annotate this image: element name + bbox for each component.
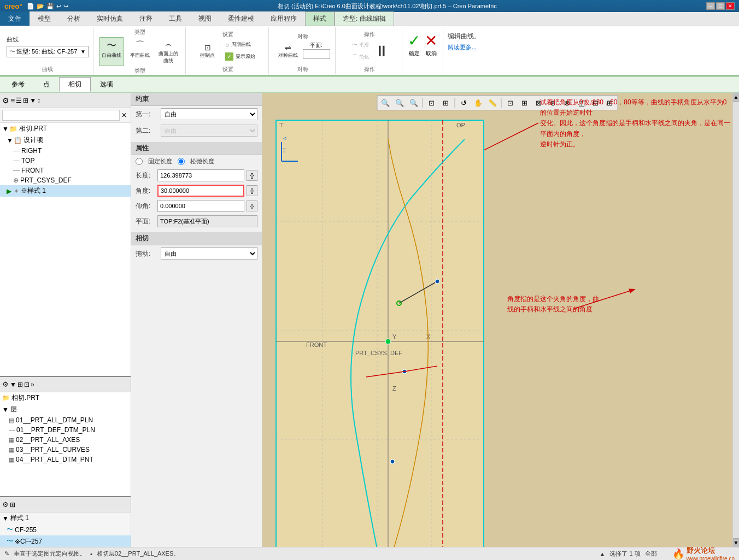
ct-cf257[interactable]: 〜 ※CF-257 [0,535,131,547]
layer-04-all-dtm-pnt[interactable]: ▦ 04__PRT_ALL_DTM_PNT [0,455,131,464]
vp-view2[interactable]: ⊞ [518,97,531,109]
sub-tab-options[interactable]: 选项 [91,77,122,92]
tree-sort-icon[interactable]: ↕ [37,97,40,104]
tb-redo[interactable]: ↪ [63,3,68,10]
expand-icon2[interactable]: ▼ [7,137,12,144]
length-param-btn[interactable]: {} [247,170,257,181]
ct-cf255[interactable]: 〜 CF-255 [0,524,131,535]
tree-item-design[interactable]: ▼ 📋 设计项 [0,134,131,146]
vp-view6[interactable]: ◫ [575,97,588,109]
elastic-length-radio[interactable] [178,158,185,165]
vp-view5[interactable]: ⊗ [561,97,574,109]
type-planar-btn[interactable]: ⌒ 平面曲线 [127,37,153,66]
tab-curve-edit[interactable]: 造型: 曲线编辑 [335,11,394,26]
tree-settings-icon[interactable]: ⚙ [2,96,9,105]
second-constraint-select[interactable]: 自由 [161,125,257,137]
vp-view3[interactable]: ⊠ [532,97,546,109]
vp-refit[interactable]: ⊡ [425,97,438,109]
vp-view4[interactable]: ⊕ [547,97,560,109]
smooth-btn[interactable]: 〜平滑 [349,39,372,50]
layer-icon1[interactable]: ⊞ [17,381,23,388]
layer-settings-icon[interactable]: ⚙ [2,380,9,388]
tab-flex[interactable]: 柔性建模 [220,11,262,26]
tab-annotation[interactable]: 注释 [131,11,161,26]
tb-open[interactable]: 📂 [37,3,44,10]
tree-grid-icon[interactable]: ⊞ [23,97,28,104]
control-points-btn[interactable]: ⊡ 控制点 [197,42,218,61]
elevation-input[interactable] [157,200,244,212]
tb-undo[interactable]: ↩ [56,3,61,10]
angle-param-btn[interactable]: {} [247,185,257,196]
sub-tab-tangent[interactable]: 相切 [59,77,91,92]
type-free-curve-btn[interactable]: 〜 自由曲线 [99,37,124,66]
tree-expand-icon[interactable]: ≡ [10,96,15,105]
vp-measure[interactable]: 📏 [486,97,499,109]
tab-view[interactable]: 视图 [190,11,220,26]
tab-simulation[interactable]: 实时仿真 [89,11,131,26]
vp-pan[interactable]: ✋ [472,97,485,109]
search-input[interactable] [2,110,120,121]
simplify-btn[interactable]: ⌒简化 [349,51,372,62]
tab-tools[interactable]: 工具 [161,11,190,26]
tree-filter-icon[interactable]: ▼ [30,97,36,104]
vp-view7[interactable]: ⊟ [589,97,602,109]
tree-item-style1[interactable]: ▶ ✦ ※样式 1 [0,185,131,197]
plane-input[interactable] [157,215,257,227]
ct-icon1[interactable]: ⚙ [2,500,9,509]
ct-expand[interactable]: ▼ [2,515,9,522]
tree-item-xieqie[interactable]: ▼ 📁 相切.PRT [0,123,131,134]
sub-tab-point[interactable]: 点 [34,77,59,92]
layer-icon2[interactable]: ⊡ [24,381,30,388]
vp-zoom-fit[interactable]: 🔍 [379,97,392,109]
symmetric-btn[interactable]: ⇌ 对称曲线 [275,42,301,61]
layer-icon3[interactable]: » [31,381,34,388]
layer-filter-icon[interactable]: ▼ [10,381,16,388]
show-origin-btn[interactable]: ✓ 显示原始 [222,51,258,62]
angle-input[interactable] [157,185,244,197]
layer-xieqie[interactable]: 📁 相切.PRT [0,392,131,404]
read-more-link[interactable]: 阅读更多... [448,43,504,51]
periodic-btn[interactable]: ○ 周期曲线 [222,39,258,50]
tb-save[interactable]: 💾 [46,3,54,10]
tab-style[interactable]: 样式 [305,11,335,26]
pause-btn[interactable]: ⏸ [374,42,389,60]
confirm-group[interactable]: ✓ 确定 [408,32,420,57]
elevation-param-btn[interactable]: {} [247,201,257,211]
tab-file[interactable]: 文件 [0,11,30,26]
vp-zoom-in[interactable]: 🔍 [393,97,406,109]
win-minimize-btn[interactable]: ─ [706,2,715,10]
scrollbar-right[interactable]: ▲ ▼ [732,93,739,547]
ct-icon2[interactable]: ⊞ [10,501,15,509]
vp-view1[interactable]: ⊡ [504,97,517,109]
tree-item-right[interactable]: — RIGHT [0,146,131,156]
search-clear-icon[interactable]: ✕ [120,111,128,119]
tab-model[interactable]: 模型 [30,11,59,26]
first-constraint-select[interactable]: 自由 法向 相切 曲率 [161,108,257,120]
status-nav-icon[interactable]: ▲ [600,551,606,557]
cancel-group[interactable]: ✕ 取消 [425,32,437,57]
tree-item-top[interactable]: — TOP [0,156,131,166]
vp-view8[interactable]: ⊞ [603,97,617,109]
tab-analysis[interactable]: 分析 [59,11,89,26]
fixed-length-radio[interactable] [136,158,143,165]
ct-style1[interactable]: ▼ 样式 1 [0,512,131,524]
tb-new[interactable]: 📄 [27,3,34,10]
drive-select[interactable]: 自由 固定 [161,247,257,260]
layer-02-all-axes[interactable]: ▦ 02__PRT_ALL_AXES [0,435,131,445]
vp-zoom-out[interactable]: 🔍 [407,97,420,109]
layer-01-all-dtm-pln[interactable]: ▤ 01__PRT_ALL_DTM_PLN [0,415,131,425]
sub-tab-ref[interactable]: 参考 [2,77,34,92]
layer-01-def-dtm-pln[interactable]: — 01__PRT_DEF_DTM_PLN [0,425,131,435]
tree-item-front[interactable]: — FRONT [0,166,131,175]
length-input[interactable] [157,169,244,181]
curve-dropdown[interactable]: 〜 造型: 56: 曲线: CF-257 ▼ [7,46,89,57]
win-restore-btn[interactable]: □ [716,2,725,10]
flat-input[interactable] [303,49,330,59]
expand-layer[interactable]: ▼ [2,406,9,414]
vp-rotate[interactable]: ↺ [458,97,471,109]
win-close-btn[interactable]: ✕ [726,2,735,10]
expand-style[interactable]: ▶ [7,187,12,195]
vp-copy[interactable]: ⊞ [439,97,453,109]
expand-icon[interactable]: ▼ [2,125,8,133]
drawing-canvas[interactable]: X Y Z FRONT PRT_CSYS_DEF [268,112,486,547]
